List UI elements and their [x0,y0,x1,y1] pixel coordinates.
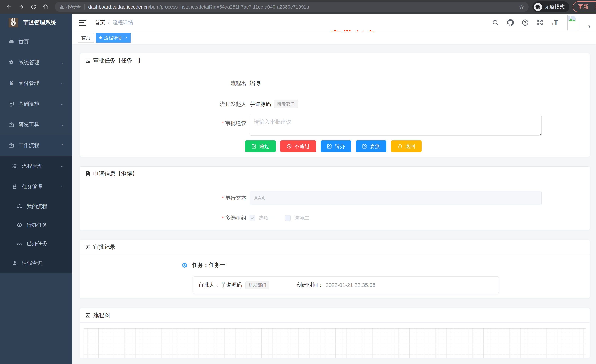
yen-icon: ¥ [8,80,15,86]
chevron-down-icon: ⌄ [60,102,64,106]
help-icon[interactable] [521,19,529,26]
field-label: *单行文本 [84,194,246,202]
sidebar-item-home[interactable]: 首页 [0,31,72,52]
close-icon[interactable]: × [125,35,127,40]
fullscreen-icon[interactable] [536,19,544,26]
browser-update-button[interactable]: 更新 ⋮ [573,1,596,12]
checkbox-unchecked-icon [285,215,291,221]
url-text: dashboard.yudao.iocoder.cn/bpm/process-i… [88,4,519,10]
picture-icon [85,244,91,250]
font-size-icon[interactable]: TT [551,19,559,26]
address-bar[interactable]: 不安全 dashboard.yudao.iocoder.cn/bpm/proce… [55,2,529,12]
home-icon[interactable] [40,2,52,12]
reload-icon[interactable] [27,2,40,12]
robot-icon [16,203,22,210]
reject-button[interactable]: 不通过 [280,140,316,152]
return-button[interactable]: 退回 [391,140,422,152]
sidebar-item-devtools[interactable]: 研发工具 ⌄ [0,114,72,135]
browser-toolbar: 不安全 dashboard.yudao.iocoder.cn/bpm/proce… [0,0,596,14]
edit-icon [327,144,332,149]
single-text-row: *单行文本 [84,189,586,207]
eye-closed-icon [16,240,22,247]
github-icon[interactable] [507,19,514,26]
search-icon[interactable] [492,19,499,26]
approver-name: 芋道源码 [221,281,242,289]
tag-home[interactable]: 首页 [78,33,94,43]
incognito-badge: 无痕模式 [532,1,569,12]
picture-icon [85,58,91,64]
chevron-down-icon: ⌄ [60,164,64,168]
process-diagram-card: 流程图 [80,308,590,358]
card-title: 流程图 [93,312,110,319]
tag-process-detail[interactable]: 流程详情 × [96,33,131,43]
back-icon[interactable] [3,2,15,12]
sidebar-item-done-tasks[interactable]: 已办任务 [0,234,72,253]
circle-close-icon [287,144,292,149]
sidebar-item-my-process[interactable]: 我的流程 [0,197,72,216]
caret-down-icon[interactable]: ▾ [588,24,590,29]
created-time: 2022-01-21 22:35:08 [326,282,375,288]
required-mark: * [222,120,224,126]
task-title: 任务：任务一 [192,261,225,269]
breadcrumb-separator: / [108,20,110,26]
sidebar-item-process-mgmt[interactable]: 流程管理 ⌄ [0,156,72,176]
chevron-up-icon: ⌄ [60,143,64,147]
single-text-input [250,191,542,205]
checkbox-group: 选项一 选项二 [250,215,309,222]
sidebar-item-workflow[interactable]: 工作流程 ⌄ [0,135,72,156]
initiator-value: 芋道源码 [250,101,271,108]
sidebar-item-system[interactable]: 系统管理 ⌄ [0,52,72,73]
transfer-button[interactable]: 转办 [320,140,351,152]
card-header: 流程图 [80,308,589,323]
avatar[interactable] [567,15,579,30]
field-label: 流程名 [84,80,246,87]
sidebar-collapse-icon[interactable] [79,20,86,26]
picture-icon [85,312,91,318]
card-header: 审批任务【任务一】 [80,53,589,68]
bpmn-canvas[interactable] [84,328,586,358]
bookmark-star-icon[interactable]: ☆ [519,3,524,10]
field-label: *审批建议 [84,115,246,127]
card-header: 审批记录 [80,240,589,254]
sidebar-item-label: 已办任务 [27,240,47,247]
field-label: *多选框组 [84,214,246,222]
initiator-row: 流程发起人 芋道源码 研发部门 [84,94,586,115]
incognito-icon [534,3,542,11]
sidebar-item-task-mgmt[interactable]: 任务管理 ⌄ [0,176,72,197]
process-name-value: 滔博 [250,80,260,87]
sidebar-item-label: 待办任务 [27,221,47,228]
document-icon [85,171,91,177]
update-label: 更新 [578,3,589,11]
checkbox-group-row: *多选框组 选项一 选项二 [84,211,586,226]
record-item: 审批人： 芋道源码 研发部门 创建时间： 2022-01-21 22:35:08 [193,276,499,294]
incognito-label: 无痕模式 [544,4,565,10]
dashboard-icon [8,39,15,45]
chevron-down-icon: ⌄ [60,81,64,85]
sidebar-item-infra[interactable]: 基础设施 ⌄ [0,94,72,114]
sidebar-item-label: 我的流程 [27,203,47,210]
eye-open-icon [16,222,22,228]
app-logo-row[interactable]: 芋道管理系统 [0,14,72,31]
sidebar-item-label: 任务管理 [22,183,43,190]
suggestion-textarea[interactable] [250,115,542,136]
card-title: 审批记录 [93,243,115,251]
tree-icon [11,184,18,190]
sidebar-item-label: 流程管理 [22,163,43,170]
edit-icon [251,144,257,149]
chevron-up-icon: ⌄ [60,185,64,189]
approve-button[interactable]: 通过 [245,140,276,152]
sidebar-item-todo-tasks[interactable]: 待办任务 [0,216,72,234]
monitor-icon [8,101,15,107]
app-title: 芋道管理系统 [23,19,56,26]
sidebar-item-label: 研发工具 [19,121,39,128]
sidebar-item-leave-query[interactable]: 请假查询 [0,253,72,273]
sidebar-item-label: 支付管理 [19,80,39,87]
divider [84,4,85,10]
delegate-button[interactable]: 委派 [356,140,387,152]
edit-icon [362,144,367,149]
sidebar-item-payment[interactable]: ¥ 支付管理 ⌄ [0,73,72,94]
forward-icon[interactable] [15,2,27,12]
breadcrumb: 首页 / 流程详情 [95,19,133,26]
breadcrumb-home[interactable]: 首页 [95,19,105,26]
menu-dots-icon[interactable]: ⋮ [592,4,596,10]
